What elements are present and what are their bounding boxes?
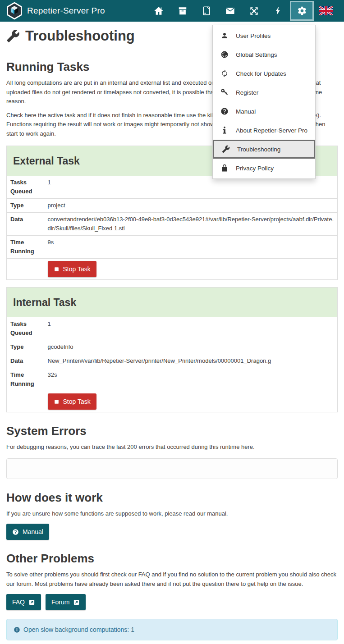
external-task-table: Tasks Queued 1 Type project Data convert… — [7, 176, 337, 279]
menu-item-global-settings[interactable]: Global Settings — [213, 45, 315, 64]
row-label: Type — [7, 199, 44, 213]
top-navbar: Repetier-Server Pro — [0, 0, 344, 22]
sync-icon — [220, 69, 229, 78]
manual-button[interactable]: Manual — [6, 524, 49, 540]
row-label: Time Running — [7, 368, 44, 391]
repetier-logo-icon — [6, 2, 23, 20]
faq-button-label: FAQ — [12, 598, 25, 606]
globe-icon — [220, 50, 229, 59]
menu-item-check-updates[interactable]: Check for Updates — [213, 64, 315, 83]
stop-button-label: Stop Task — [63, 265, 91, 273]
system-errors-heading: System Errors — [6, 424, 338, 438]
info-icon — [220, 126, 229, 134]
settings-gear-button[interactable] — [290, 1, 314, 21]
row-value: convertandrender#eb036b13-2f00-49e8-baf3… — [44, 213, 337, 236]
settings-dropdown-menu: User Profiles Global Settings Check for … — [212, 25, 316, 179]
table-row: Data New_Printer#/var/lib/Repetier-Serve… — [7, 354, 337, 368]
expand-arrows-icon — [249, 6, 259, 16]
home-button[interactable] — [147, 0, 170, 22]
question-circle-icon — [12, 529, 19, 535]
row-label: Type — [7, 340, 44, 354]
system-errors-paragraph: For debugging reasons, you can trace the… — [6, 443, 338, 452]
external-link-icon — [28, 599, 35, 606]
menu-item-label: Check for Updates — [236, 70, 286, 77]
menu-item-label: User Profiles — [236, 32, 271, 39]
table-row: Tasks Queued 1 — [7, 176, 337, 199]
user-icon — [220, 32, 229, 40]
menu-item-label: About Repetier-Server Pro — [236, 127, 307, 134]
system-errors-list — [6, 458, 338, 479]
brand-title: Repetier-Server Pro — [27, 6, 105, 16]
table-row: Stop Task — [7, 391, 337, 412]
wrench-icon — [221, 145, 231, 153]
alert-text: Open slow background computations: 1 — [23, 626, 134, 633]
table-row: Data convertandrender#eb036b13-2f00-49e8… — [7, 213, 337, 236]
row-value: 1 — [44, 317, 337, 340]
question-circle-icon — [220, 107, 229, 115]
uk-flag-icon — [319, 6, 333, 15]
row-label: Tasks Queued — [7, 176, 44, 199]
other-problems-paragraph: To solve other problems you should first… — [6, 570, 338, 589]
printer-queue-button[interactable] — [170, 0, 194, 22]
table-row: Stop Task — [7, 259, 337, 280]
row-label: Data — [7, 213, 44, 236]
wrench-title-icon — [6, 29, 20, 43]
row-label: Data — [7, 354, 44, 368]
row-value: project — [44, 199, 337, 213]
stop-icon — [54, 266, 60, 272]
row-value: 1 — [44, 176, 337, 199]
menu-item-label: Register — [236, 89, 258, 96]
stop-external-task-button[interactable]: Stop Task — [48, 261, 96, 277]
menu-item-label: Global Settings — [236, 51, 277, 58]
navbar-actions — [147, 0, 338, 22]
menu-item-label: Troubleshooting — [237, 146, 280, 153]
page-title-text: Troubleshooting — [25, 28, 135, 44]
how-it-works-heading: How does it work — [6, 491, 338, 505]
fullscreen-button[interactable] — [242, 0, 266, 22]
faq-button[interactable]: FAQ — [6, 594, 41, 610]
stop-icon — [54, 399, 60, 405]
key-icon — [220, 88, 229, 96]
menu-item-troubleshooting[interactable]: Troubleshooting — [213, 140, 315, 159]
row-label: Time Running — [7, 236, 44, 259]
row-value: New_Printer#/var/lib/Repetier-Server/pri… — [44, 354, 337, 368]
row-value: 32s — [44, 368, 337, 391]
table-row: Tasks Queued 1 — [7, 317, 337, 340]
row-value: gcodeInfo — [44, 340, 337, 354]
other-problems-heading: Other Problems — [6, 552, 338, 566]
internal-task-panel: Internal Task Tasks Queued 1 Type gcodeI… — [6, 287, 338, 412]
mail-icon — [225, 6, 235, 16]
table-row: Time Running 32s — [7, 368, 337, 391]
home-icon — [154, 6, 164, 16]
row-label: Tasks Queued — [7, 317, 44, 340]
brand[interactable]: Repetier-Server Pro — [6, 2, 105, 20]
lock-icon — [220, 164, 229, 172]
menu-item-manual[interactable]: Manual — [213, 102, 315, 121]
manual-button-label: Manual — [23, 528, 43, 536]
menu-item-register[interactable]: Register — [213, 83, 315, 102]
forum-button[interactable]: Forum — [46, 594, 86, 610]
internal-task-table: Tasks Queued 1 Type gcodeInfo Data New_P… — [7, 317, 337, 412]
touchscreen-button[interactable] — [194, 0, 218, 22]
manual-button-group: Manual — [6, 524, 338, 540]
menu-item-privacy-policy[interactable]: Privacy Policy — [213, 159, 315, 178]
background-computations-alert: Open slow background computations: 1 — [6, 619, 338, 640]
tablet-icon — [202, 6, 211, 16]
help-links-group: FAQ Forum — [6, 594, 338, 610]
table-row: Type project — [7, 199, 337, 213]
row-value: 9s — [44, 236, 337, 259]
forum-button-label: Forum — [51, 598, 69, 606]
menu-item-user-profiles[interactable]: User Profiles — [213, 26, 315, 45]
messages-button[interactable] — [218, 0, 242, 22]
internal-task-header: Internal Task — [7, 288, 337, 317]
bolt-icon — [274, 5, 283, 16]
power-actions-button[interactable] — [266, 0, 290, 22]
stop-button-label: Stop Task — [63, 397, 91, 406]
stop-internal-task-button[interactable]: Stop Task — [48, 393, 96, 410]
gear-icon — [297, 6, 307, 16]
language-flag-button[interactable] — [314, 0, 338, 22]
archive-box-icon — [178, 6, 188, 16]
table-row: Time Running 9s — [7, 236, 337, 259]
menu-item-about[interactable]: About Repetier-Server Pro — [213, 121, 315, 140]
menu-item-label: Manual — [236, 108, 256, 115]
